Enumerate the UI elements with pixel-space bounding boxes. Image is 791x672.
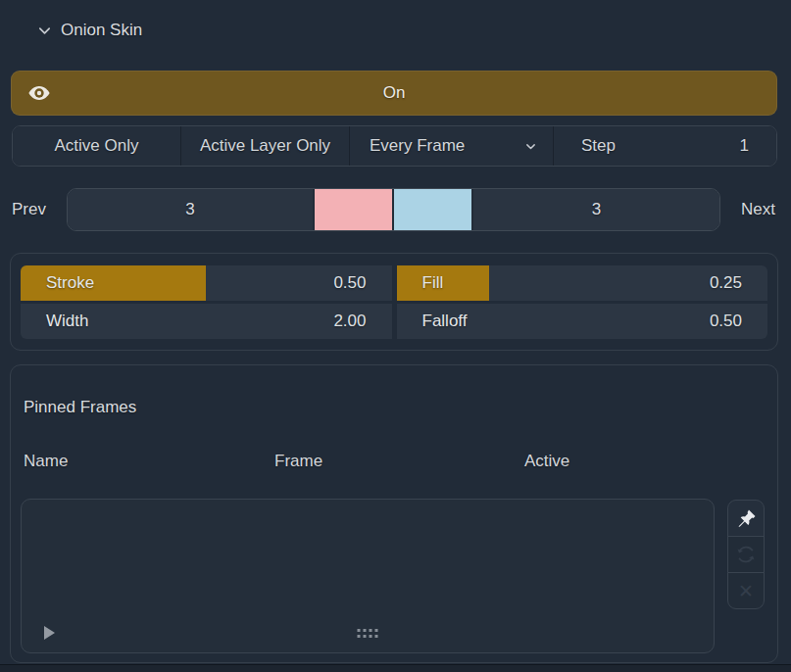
chevron-down-icon xyxy=(37,24,52,38)
stroke-label: Stroke xyxy=(46,273,94,293)
display-settings-subpanel: Stroke 0.50 Fill 0.25 Width 2.00 Falloff… xyxy=(10,253,778,351)
column-header-name: Name xyxy=(24,452,274,471)
active-only-label: Active Only xyxy=(55,136,139,156)
display-settings-grid: Stroke 0.50 Fill 0.25 Width 2.00 Falloff… xyxy=(21,265,767,339)
eye-icon xyxy=(25,81,54,105)
next-frames-field[interactable]: 3 xyxy=(473,189,719,230)
frame-mode-value: Every Frame xyxy=(370,136,465,156)
fill-value: 0.25 xyxy=(710,273,742,293)
falloff-field[interactable]: Falloff 0.50 xyxy=(397,304,768,339)
pinned-frames-title: Pinned Frames xyxy=(24,398,136,417)
falloff-label: Falloff xyxy=(422,312,468,331)
active-layer-only-toggle[interactable]: Active Layer Only xyxy=(181,126,349,166)
next-color-swatch[interactable] xyxy=(394,189,471,230)
remove-frame-button[interactable]: ✕ xyxy=(727,572,765,609)
pushpin-icon xyxy=(735,507,758,530)
pinned-frames-list[interactable] xyxy=(21,499,715,653)
step-value: 1 xyxy=(740,136,749,156)
panel-title: Onion Skin xyxy=(61,21,142,40)
prev-color-swatch[interactable] xyxy=(315,189,392,230)
pinned-frames-header-row: Name Frame Active xyxy=(24,452,719,471)
prev-frames-value: 3 xyxy=(185,200,194,219)
chevron-down-icon xyxy=(524,140,537,153)
step-label: Step xyxy=(581,136,616,156)
resize-grip-icon[interactable] xyxy=(358,629,378,638)
pinned-frames-toolbar: ✕ xyxy=(727,500,765,609)
pinned-frames-subpanel: Pinned Frames Name Frame Active xyxy=(10,364,778,663)
prev-label: Prev xyxy=(12,188,46,231)
next-frames-value: 3 xyxy=(592,200,601,219)
panel-bottom-edge xyxy=(0,664,791,672)
refresh-button[interactable] xyxy=(727,536,765,573)
column-header-frame: Frame xyxy=(274,452,524,471)
frame-mode-dropdown[interactable]: Every Frame xyxy=(350,126,553,166)
panel-header[interactable]: Onion Skin xyxy=(37,21,142,40)
width-value: 2.00 xyxy=(333,312,366,331)
close-icon: ✕ xyxy=(738,582,754,600)
next-label: Next xyxy=(741,188,775,231)
stroke-opacity-slider[interactable]: Stroke 0.50 xyxy=(21,265,392,301)
toggle-label: On xyxy=(383,83,406,103)
active-layer-only-label: Active Layer Only xyxy=(200,136,330,156)
stroke-value: 0.50 xyxy=(333,273,366,293)
width-label: Width xyxy=(46,312,88,331)
falloff-value: 0.50 xyxy=(710,312,742,331)
keyframe-range-field: 3 3 xyxy=(67,188,720,231)
onion-skin-toggle-button[interactable]: On xyxy=(11,71,777,116)
options-row: Active Only Active Layer Only Every Fram… xyxy=(12,125,777,167)
step-field[interactable]: Step 1 xyxy=(554,126,776,166)
fill-opacity-slider[interactable]: Fill 0.25 xyxy=(397,265,768,301)
active-only-toggle[interactable]: Active Only xyxy=(13,126,180,166)
onion-skin-panel: Onion Skin On Active Only Active Layer O… xyxy=(0,0,791,672)
fill-label: Fill xyxy=(422,273,444,293)
column-header-active: Active xyxy=(524,452,719,471)
width-field[interactable]: Width 2.00 xyxy=(21,304,392,339)
play-triangle-icon[interactable] xyxy=(44,626,55,640)
pin-frame-button[interactable] xyxy=(727,500,765,537)
refresh-icon xyxy=(734,543,758,566)
prev-frames-field[interactable]: 3 xyxy=(68,189,313,230)
